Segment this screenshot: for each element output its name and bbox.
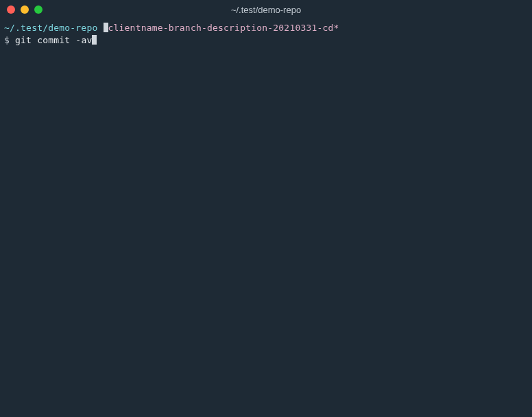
terminal-body[interactable]: ~/.test/demo-repo clientname-branch-desc… [0,19,532,49]
maximize-icon[interactable] [34,5,43,14]
terminal-cursor [92,35,97,45]
cwd-path: ~/.test/demo-repo [4,23,97,33]
window-titlebar: ~/.test/demo-repo [0,0,532,19]
traffic-lights [7,5,43,14]
prompt-line-1: ~/.test/demo-repo clientname-branch-desc… [4,22,528,34]
minimize-icon[interactable] [21,5,29,14]
window-title: ~/.test/demo-repo [231,5,301,15]
git-branch: clientname-branch-description-20210331-c… [108,23,339,33]
command-text: git commit -av [15,35,92,45]
prompt-symbol: $ [4,35,10,45]
branch-cursor [104,23,108,32]
close-icon[interactable] [7,5,15,14]
prompt-line-2: $ git commit -av [4,34,528,47]
